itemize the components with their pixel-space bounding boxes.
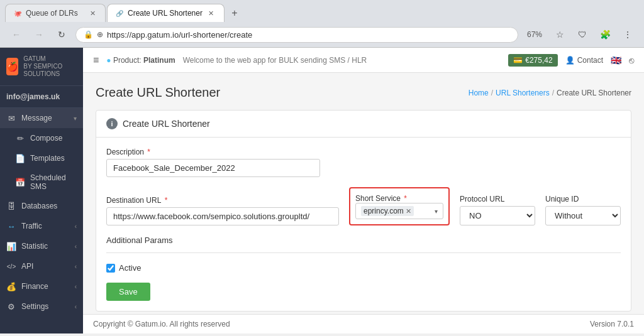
browser-tab-1[interactable]: 🐙 Queue of DLRs ✕ xyxy=(5,4,106,22)
bookmark-button[interactable]: ☆ xyxy=(551,26,569,43)
sidebar-item-traffic[interactable]: ↔ Traffic ‹ xyxy=(0,216,83,236)
statistic-chevron: ‹ xyxy=(75,243,77,250)
zoom-level: 67% xyxy=(523,29,546,40)
protocol-url-select[interactable]: NO YES xyxy=(460,206,535,225)
sidebar-item-message[interactable]: ✉ Message ▾ xyxy=(0,108,83,128)
traffic-chevron: ‹ xyxy=(75,223,77,230)
top-bar-description: Welcome to the web app for BULK sending … xyxy=(183,56,501,65)
sidebar-item-label-settings: Settings xyxy=(21,302,70,311)
tab-2-label: Create URL Shortener xyxy=(128,9,203,18)
product-name: Platinum xyxy=(143,56,175,65)
unique-id-select[interactable]: Without With xyxy=(545,206,621,225)
sidebar-item-statistic[interactable]: 📊 Statistic ‹ xyxy=(0,236,83,256)
form-card-body: Description * Destination URL * xyxy=(96,138,631,311)
security-icon: 🔒 xyxy=(84,30,93,39)
sidebar-item-label-compose: Compose xyxy=(30,134,77,143)
sidebar-logo: 🍎 GATUMBY SEMPICO SOLUTIONS xyxy=(0,48,83,86)
breadcrumb: Home / URL Shorteners / Create URL Short… xyxy=(469,89,631,97)
short-service-remove[interactable]: ✕ xyxy=(406,207,411,215)
templates-icon: 📄 xyxy=(15,153,25,163)
app-footer: Copyright © Gatum.io. All rights reserve… xyxy=(83,314,644,333)
shield-button[interactable]: 🛡 xyxy=(574,26,591,43)
new-tab-button[interactable]: + xyxy=(226,4,243,22)
logout-button[interactable]: ⎋ xyxy=(629,55,634,65)
back-button[interactable]: ← xyxy=(8,26,25,43)
description-label: Description * xyxy=(106,148,320,156)
settings-chevron: ‹ xyxy=(75,303,77,310)
form-header-icon: i xyxy=(106,118,118,129)
sidebar-item-templates[interactable]: 📄 Templates xyxy=(0,148,83,168)
sidebar: 🍎 GATUMBY SEMPICO SOLUTIONS info@james.u… xyxy=(0,48,83,333)
main-content: Create URL Shortener Home / URL Shortene… xyxy=(83,73,644,314)
message-chevron: ▾ xyxy=(74,115,77,122)
breadcrumb-home[interactable]: Home xyxy=(469,89,489,97)
language-flag[interactable]: 🇬🇧 xyxy=(611,55,621,65)
form-card-title: Create URL Shortener xyxy=(123,119,210,129)
contact-label: Contact xyxy=(577,56,603,65)
description-input[interactable] xyxy=(106,159,320,177)
api-icon: </> xyxy=(6,261,16,271)
breadcrumb-sep-2: / xyxy=(552,89,554,97)
top-bar: ≡ ● Product: Platinum Welcome to the web… xyxy=(83,48,644,73)
tab-2-close[interactable]: ✕ xyxy=(206,8,216,18)
databases-icon: 🗄 xyxy=(6,201,16,211)
balance-amount: €275,42 xyxy=(525,56,552,65)
scheduled-icon: 📅 xyxy=(15,177,25,187)
top-bar-actions: 💳 €275,42 👤 Contact 🇬🇧 ⎋ xyxy=(508,54,634,67)
address-bar[interactable]: 🔒 ⊕ https://app.gatum.io/url-shortener/c… xyxy=(75,27,518,43)
sidebar-nav: ✉ Message ▾ ✏ Compose 📄 Templates 📅 Sche… xyxy=(0,108,83,333)
sidebar-item-finance[interactable]: 💰 Finance ‹ xyxy=(0,276,83,296)
product-info: ● Product: Platinum xyxy=(106,56,175,65)
sidebar-item-compose[interactable]: ✏ Compose xyxy=(0,128,83,148)
traffic-icon: ↔ xyxy=(6,221,16,231)
person-icon: 👤 xyxy=(565,56,575,65)
browser-tab-2[interactable]: 🔗 Create URL Shortener ✕ xyxy=(107,4,225,22)
sidebar-item-settings[interactable]: ⚙ Settings ‹ xyxy=(0,296,83,317)
address-text: https://app.gatum.io/url-shortener/creat… xyxy=(107,30,510,40)
short-service-select[interactable]: eprincy.com ✕ ▾ xyxy=(355,203,443,219)
sidebar-item-scheduled[interactable]: 📅 Scheduled SMS xyxy=(0,168,83,196)
settings-icon: ⚙ xyxy=(6,301,16,312)
protocol-url-group: Protocol URL NO YES xyxy=(460,195,535,225)
additional-params-label: Additional Params xyxy=(106,236,621,245)
breadcrumb-parent[interactable]: URL Shorteners xyxy=(496,89,550,97)
finance-chevron: ‹ xyxy=(75,283,77,290)
protocol-url-label: Protocol URL xyxy=(460,195,535,203)
save-button[interactable]: Save xyxy=(106,283,150,301)
url-row: Destination URL * Short Service * xyxy=(106,187,621,225)
short-service-label: Short Service * xyxy=(355,194,407,203)
hamburger-menu[interactable]: ≡ xyxy=(93,55,99,66)
sidebar-item-label-databases: Databases xyxy=(21,202,77,210)
forward-button[interactable]: → xyxy=(30,26,48,43)
destination-url-group: Destination URL * xyxy=(106,196,339,225)
logo-text: GATUMBY SEMPICO SOLUTIONS xyxy=(23,55,77,78)
sidebar-item-label-api: API xyxy=(21,262,70,271)
active-label[interactable]: Active xyxy=(119,263,141,273)
tab-1-close[interactable]: ✕ xyxy=(87,8,97,18)
sidebar-item-api[interactable]: </> API ‹ xyxy=(0,256,83,276)
contact-button[interactable]: 👤 Contact xyxy=(565,56,603,65)
destination-url-input[interactable] xyxy=(106,207,339,225)
reload-button[interactable]: ↻ xyxy=(53,26,70,43)
unique-id-label: Unique ID xyxy=(545,195,621,203)
sidebar-user: info@james.uk xyxy=(0,86,83,108)
footer-copyright: Copyright © Gatum.io. All rights reserve… xyxy=(93,320,230,328)
active-checkbox[interactable] xyxy=(106,264,115,273)
form-card: i Create URL Shortener Description * xyxy=(96,110,631,312)
extensions-button[interactable]: 🧩 xyxy=(596,26,614,43)
short-service-tag: eprincy.com ✕ xyxy=(361,206,414,216)
menu-button[interactable]: ⋮ xyxy=(619,26,636,43)
breadcrumb-current: Create URL Shortener xyxy=(557,89,631,97)
message-icon: ✉ xyxy=(6,113,16,123)
sidebar-item-databases[interactable]: 🗄 Databases xyxy=(0,196,83,216)
balance-badge: 💳 €275,42 xyxy=(508,54,557,67)
statistic-icon: 📊 xyxy=(6,241,16,251)
tab-2-favicon: 🔗 xyxy=(115,9,124,18)
short-service-group: Short Service * eprincy.com ✕ ▾ xyxy=(349,187,450,225)
logo-icon: 🍎 xyxy=(6,58,18,75)
form-card-header: i Create URL Shortener xyxy=(96,111,631,138)
address-icon: ⊕ xyxy=(97,30,103,39)
description-group: Description * xyxy=(106,148,320,177)
sidebar-item-label-statistic: Statistic xyxy=(21,242,70,251)
sidebar-item-label-message: Message xyxy=(21,114,69,122)
